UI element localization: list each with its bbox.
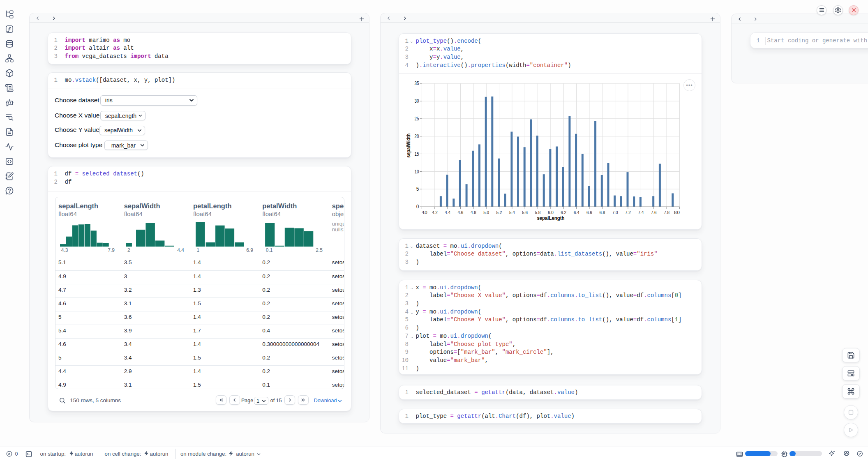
svg-text:4.8: 4.8 [471,210,476,215]
svg-text:6.9: 6.9 [246,247,253,253]
svg-text:0.1: 0.1 [266,247,273,253]
svg-text:20: 20 [415,134,419,139]
svg-text:7.0: 7.0 [612,210,618,215]
svg-text:30: 30 [415,98,419,104]
svg-text:4.6: 4.6 [458,210,464,215]
svg-text:2: 2 [127,247,130,253]
svg-text:4.2: 4.2 [432,210,438,215]
svg-text:1: 1 [196,247,199,253]
svg-text:10: 10 [415,169,419,175]
svg-text:5.4: 5.4 [509,210,515,215]
svg-text:7.6: 7.6 [651,210,657,215]
svg-text:6.2: 6.2 [561,210,566,215]
svg-text:4.3: 4.3 [61,247,68,253]
svg-text:35: 35 [415,81,419,86]
svg-text:6.4: 6.4 [574,210,579,215]
svg-text:2.5: 2.5 [316,247,323,253]
svg-text:6.6: 6.6 [586,210,592,215]
svg-text:5.2: 5.2 [496,210,502,215]
svg-text:4.4: 4.4 [177,247,184,253]
svg-text:5.0: 5.0 [483,210,489,215]
svg-text:4.0: 4.0 [422,210,427,215]
svg-text:7.2: 7.2 [625,210,631,215]
svg-text:5: 5 [416,186,419,192]
svg-text:25: 25 [415,116,419,122]
svg-text:7.8: 7.8 [664,210,669,215]
svg-text:8.0: 8.0 [674,210,680,215]
svg-text:sepalLength: sepalLength [537,215,564,221]
svg-text:5.6: 5.6 [522,210,528,215]
svg-text:6.8: 6.8 [599,210,605,215]
svg-text:7.4: 7.4 [638,210,644,215]
svg-text:0: 0 [416,204,419,210]
svg-text:15: 15 [415,151,419,157]
svg-text:5.8: 5.8 [535,210,541,215]
svg-text:4.4: 4.4 [445,210,450,215]
svg-text:sepalWidth: sepalWidth [406,134,411,158]
svg-text:6.0: 6.0 [548,210,554,215]
svg-text:7.9: 7.9 [108,247,115,253]
